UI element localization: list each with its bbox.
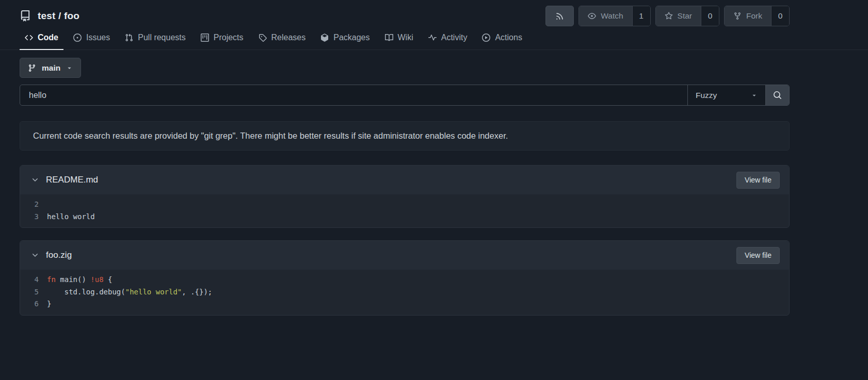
view-file-button[interactable]: View file — [736, 247, 780, 264]
search-mode-dropdown[interactable]: Fuzzy — [687, 85, 765, 105]
fork-button-group: Fork 0 — [724, 6, 790, 26]
result-header: foo.zig View file — [20, 241, 789, 270]
tab-activity[interactable]: Activity — [423, 27, 473, 50]
watch-button-group: Watch 1 — [578, 6, 650, 26]
dropdown-caret-icon — [751, 92, 758, 98]
pulse-icon — [428, 34, 437, 42]
tab-code[interactable]: Code — [20, 27, 63, 50]
code-icon — [25, 34, 33, 42]
repo-name[interactable]: test / foo — [38, 10, 79, 22]
fork-count[interactable]: 0 — [771, 6, 789, 26]
tab-label: Actions — [495, 33, 522, 42]
line-number: 2 — [20, 199, 47, 211]
repo-header: test / foo Watch 1 Star 0 — [20, 0, 790, 26]
tab-packages[interactable]: Packages — [315, 27, 375, 50]
fork-button[interactable]: Fork — [725, 6, 771, 26]
play-icon — [482, 34, 490, 42]
star-button-group: Star 0 — [655, 6, 719, 26]
rss-icon — [555, 12, 564, 21]
rss-button[interactable] — [545, 6, 574, 26]
result-filename[interactable]: README.md — [46, 175, 98, 185]
code-line: 6 } — [20, 298, 789, 310]
code-line: 3 hello world — [20, 211, 789, 223]
book-icon — [385, 34, 393, 42]
repo-tabbar: Code Issues Pull requests Projects Relea… — [0, 27, 868, 50]
issue-opened-icon — [73, 34, 82, 42]
dropdown-caret-icon — [66, 64, 73, 71]
code-line: 4 fn main() !u8 { — [20, 274, 789, 286]
tab-actions[interactable]: Actions — [477, 27, 527, 50]
tab-releases[interactable]: Releases — [253, 27, 311, 50]
line-number: 5 — [20, 286, 47, 299]
code-search-bar: Fuzzy — [20, 85, 790, 106]
tab-label: Issues — [86, 33, 110, 42]
star-count[interactable]: 0 — [701, 6, 719, 26]
view-file-button[interactable]: View file — [736, 172, 780, 189]
search-result-readme: README.md View file 2 3 hello world — [20, 165, 790, 228]
branch-selector[interactable]: main — [20, 58, 81, 78]
git-grep-notice: Current code search results are provided… — [20, 121, 790, 151]
watch-label: Watch — [601, 11, 623, 21]
tab-label: Pull requests — [138, 33, 186, 42]
search-icon — [773, 91, 782, 100]
tab-wiki[interactable]: Wiki — [380, 27, 419, 50]
result-filename[interactable]: foo.zig — [46, 250, 72, 260]
chevron-down-icon[interactable] — [31, 251, 39, 259]
tab-label: Packages — [333, 33, 369, 42]
star-icon — [665, 12, 673, 20]
chevron-down-icon[interactable] — [31, 176, 39, 184]
branch-row: main — [20, 58, 790, 78]
branch-name: main — [42, 63, 60, 73]
git-pull-request-icon — [125, 34, 133, 42]
search-result-foozig: foo.zig View file 4 fn main() !u8 { 5 st… — [20, 240, 790, 316]
repo-forked-icon — [733, 12, 742, 20]
star-label: Star — [678, 11, 692, 21]
tab-pull-requests[interactable]: Pull requests — [120, 27, 191, 50]
code-snippet: 2 3 hello world — [20, 194, 789, 227]
line-number: 6 — [20, 298, 47, 310]
tab-projects[interactable]: Projects — [196, 27, 249, 50]
search-button[interactable] — [765, 85, 789, 105]
package-icon — [320, 34, 329, 42]
eye-icon — [588, 12, 596, 20]
git-branch-icon — [28, 64, 36, 72]
tab-label: Releases — [271, 33, 306, 42]
fork-label: Fork — [746, 11, 762, 21]
tag-icon — [259, 34, 267, 42]
code-line: 2 — [20, 199, 789, 211]
tab-label: Activity — [441, 33, 468, 42]
repo-icon — [20, 10, 31, 22]
watch-count[interactable]: 1 — [632, 6, 650, 26]
tab-label: Code — [38, 33, 58, 42]
repo-title[interactable]: test / foo — [20, 10, 79, 22]
watch-button[interactable]: Watch — [579, 6, 632, 26]
repo-actions: Watch 1 Star 0 Fork 0 — [545, 6, 790, 26]
code-line: 5 std.log.debug("hello world", .{}); — [20, 286, 789, 299]
tab-issues[interactable]: Issues — [68, 27, 115, 50]
line-number: 4 — [20, 274, 47, 286]
project-icon — [201, 34, 209, 42]
tab-label: Wiki — [398, 33, 413, 42]
search-input[interactable] — [20, 85, 687, 105]
result-header: README.md View file — [20, 166, 789, 194]
tab-label: Projects — [214, 33, 244, 42]
line-number: 3 — [20, 211, 47, 223]
code-snippet: 4 fn main() !u8 { 5 std.log.debug("hello… — [20, 270, 789, 315]
star-button[interactable]: Star — [656, 6, 701, 26]
search-mode-value: Fuzzy — [696, 91, 717, 100]
